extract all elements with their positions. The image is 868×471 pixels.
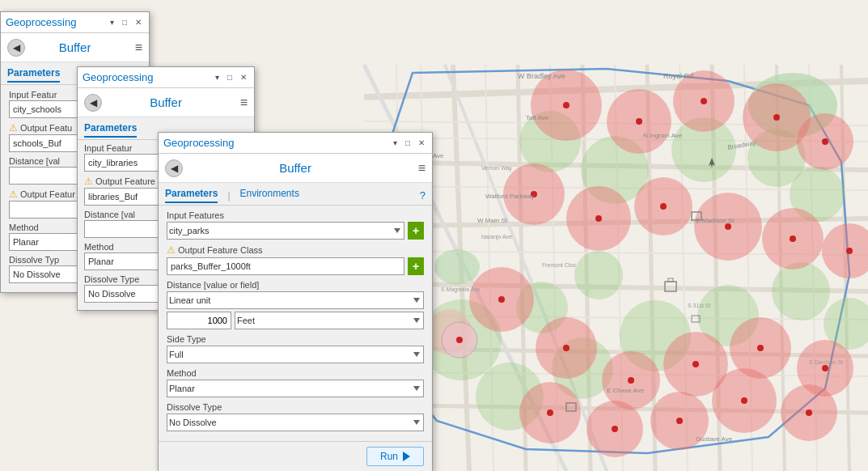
panel-1-back-button[interactable]: ◀ (7, 39, 25, 57)
svg-point-84 (757, 345, 764, 351)
side-type-row: Full Left Right Outside Only (167, 346, 424, 363)
panel-3-close[interactable]: ✕ (416, 138, 427, 148)
output-features-row-3: + (167, 257, 424, 275)
tab-parameters-1[interactable]: Parameters (7, 67, 60, 83)
svg-text:Taft Ave: Taft Ave (526, 114, 549, 121)
distance-number-input[interactable] (167, 312, 231, 329)
panel-1-titlebar: Geoprocessing ▾ □ ✕ (1, 12, 149, 33)
input-features-select[interactable]: city_parks (167, 222, 404, 240)
svg-point-43 (772, 262, 830, 320)
svg-point-76 (595, 215, 602, 222)
label-method-3: Method (167, 368, 424, 378)
svg-point-71 (563, 102, 569, 108)
panel-1-menu-button[interactable]: ≡ (135, 40, 142, 55)
field-method-3: Method Planar Geodesic (167, 368, 424, 397)
label-input-features-3: Input Features (167, 210, 424, 220)
svg-text:W Bradley Ave: W Bradley Ave (518, 72, 565, 80)
back-icon-3: ◀ (171, 163, 178, 174)
tab-parameters-3[interactable]: Parameters (165, 188, 218, 203)
tab-environments-3[interactable]: Environments (240, 188, 299, 203)
svg-text:Royal Rd: Royal Rd (663, 72, 693, 80)
svg-point-74 (773, 114, 780, 121)
run-play-icon (403, 452, 410, 461)
panel-3-title: Geoprocessing (163, 137, 234, 149)
tab-parameters-2[interactable]: Parameters (84, 122, 137, 138)
tab-divider: | (227, 190, 230, 202)
panel-2-controls: ▾ □ ✕ (213, 72, 249, 83)
svg-point-93 (806, 409, 812, 416)
svg-text:Watford Parkway: Watford Parkway (485, 193, 535, 200)
svg-point-79 (790, 236, 796, 242)
svg-point-32 (434, 249, 480, 285)
panel-1-restore[interactable]: □ (120, 17, 129, 28)
distance-unit-select[interactable]: Linear unit Linear (167, 291, 424, 309)
method-select[interactable]: Planar Geodesic (167, 380, 424, 397)
svg-point-78 (725, 223, 731, 230)
help-button[interactable]: ? (420, 189, 426, 202)
panel-2-title: Geoprocessing (83, 71, 153, 83)
panel-2-restore[interactable]: □ (225, 72, 235, 83)
dissolve-row-3: No Dissolve Dissolve All Dissolve by Fie… (167, 414, 424, 431)
input-features-row-3: city_parks + (167, 222, 424, 240)
svg-point-85 (547, 409, 553, 416)
label-dissolve-3: Dissolve Type (167, 402, 424, 412)
panel-geoprocessing-3: Geoprocessing ▾ □ ✕ ◀ Buffer ≡ Parameter… (158, 132, 433, 471)
panel-1-close[interactable]: ✕ (133, 17, 144, 28)
svg-text:S 31st St: S 31st St (688, 303, 710, 308)
panel-1-controls: ▾ □ ✕ (108, 17, 144, 28)
warning-icon-3: ⚠ (84, 176, 93, 187)
field-input-features-3: Input Features city_parks + (167, 210, 424, 240)
dissolve-select[interactable]: No Dissolve Dissolve All Dissolve by Fie… (167, 414, 424, 431)
panel-2-titlebar: Geoprocessing ▾ □ ✕ (78, 67, 254, 88)
svg-text:Gustave Ave: Gustave Ave (696, 435, 733, 443)
panel-3-minimize[interactable]: ▾ (391, 138, 400, 148)
panel-3-back-button[interactable]: ◀ (165, 159, 183, 177)
svg-point-72 (636, 118, 642, 125)
panel-3-footer: Run (159, 441, 432, 471)
panel-3-tabs: Parameters | Environments ? (159, 183, 432, 206)
panel-1-toolbar: ◀ Buffer ≡ (1, 33, 149, 62)
svg-point-83 (692, 361, 699, 367)
panel-2-close[interactable]: ✕ (238, 72, 249, 83)
input-features-add-button[interactable]: + (408, 222, 424, 240)
run-label: Run (380, 451, 398, 462)
panel-1-minimize[interactable]: ▾ (108, 17, 116, 28)
warning-icon-2: ⚠ (9, 189, 18, 200)
svg-point-86 (612, 426, 618, 432)
side-type-select[interactable]: Full Left Right Outside Only (167, 346, 424, 363)
panel-3-buffer-title: Buffer (279, 161, 311, 175)
field-dissolve-3: Dissolve Type No Dissolve Dissolve All D… (167, 402, 424, 431)
label-side-type: Side Type (167, 334, 424, 344)
panel-2-back-button[interactable]: ◀ (84, 94, 102, 112)
field-distance-3: Distance [value or field] Linear unit Li… (167, 280, 424, 329)
svg-point-46 (574, 251, 623, 299)
output-features-add-button[interactable]: + (408, 257, 424, 275)
run-button[interactable]: Run (366, 447, 424, 466)
label-distance-3: Distance [value or field] (167, 280, 424, 290)
panel-3-menu-button[interactable]: ≡ (418, 161, 426, 176)
svg-point-88 (741, 397, 747, 404)
svg-point-90 (822, 138, 828, 145)
panel-3-restore[interactable]: □ (403, 138, 413, 148)
panel-2-minimize[interactable]: ▾ (213, 72, 222, 83)
output-feature-class-input[interactable] (167, 257, 404, 275)
output-warning-icon: ⚠ (167, 244, 176, 256)
panel-2-menu-button[interactable]: ≡ (240, 95, 248, 110)
distance-number-row: Feet Meters Miles Kilometers (167, 312, 424, 329)
svg-point-77 (660, 203, 667, 210)
back-icon: ◀ (13, 42, 20, 53)
back-icon-2: ◀ (90, 97, 97, 108)
method-row-3: Planar Geodesic (167, 380, 424, 397)
svg-text:E Madison St: E Madison St (696, 217, 735, 224)
panel-2-toolbar: ◀ Buffer ≡ (78, 88, 254, 117)
svg-point-82 (628, 377, 634, 384)
svg-point-73 (701, 98, 707, 104)
panel-3-toolbar: ◀ Buffer ≡ (159, 154, 432, 183)
svg-point-91 (846, 248, 853, 254)
distance-feet-select[interactable]: Feet Meters Miles Kilometers (235, 312, 424, 329)
panel-3-controls: ▾ □ ✕ (391, 138, 427, 148)
label-output-features-3: ⚠ Output Feature Class (167, 244, 424, 256)
warning-icon-1: ⚠ (9, 122, 18, 134)
panel-1-title: Geoprocessing (6, 16, 76, 28)
svg-text:Vernon Way: Vernon Way (481, 165, 512, 172)
